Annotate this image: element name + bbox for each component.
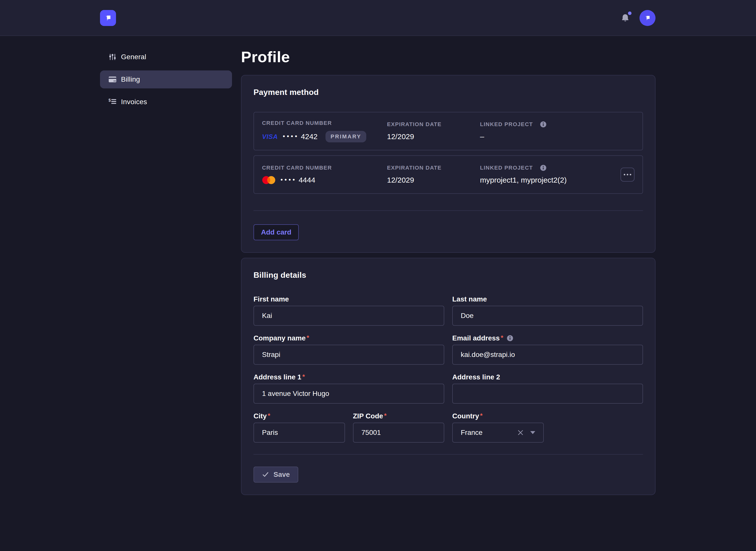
label-text: Last name	[452, 295, 487, 304]
save-button[interactable]: Save	[253, 467, 298, 483]
email-address-input[interactable]	[452, 345, 643, 365]
card-number-value: VISA •••• 4242 PRIMARY	[262, 131, 387, 142]
card-actions-menu-button[interactable]	[620, 167, 635, 181]
required-asterisk: *	[384, 411, 387, 420]
linked-project-label-text: LINKED PROJECT	[480, 165, 533, 171]
first-name-label: First name	[253, 295, 444, 304]
linked-project-label: LINKED PROJECT	[480, 165, 620, 171]
address-line-2-input[interactable]	[452, 384, 643, 404]
page-title: Profile	[241, 48, 656, 66]
label-text: First name	[253, 295, 289, 304]
mastercard-logo	[262, 176, 275, 184]
company-name-input[interactable]	[253, 345, 444, 365]
strapi-mark-icon	[102, 12, 113, 23]
svg-text:$: $	[108, 98, 111, 102]
country-selected-value: France	[461, 429, 483, 437]
combo-icons	[517, 429, 535, 436]
payment-method-card: Payment method CREDIT CARD NUMBER VISA •…	[241, 75, 656, 253]
topbar-actions	[620, 0, 656, 36]
expiration-column: EXPIRATION DATE 12/2029	[387, 165, 480, 184]
settings-sidebar: General Billing $	[100, 48, 232, 115]
field-country: Country * France	[452, 412, 544, 443]
expiration-column: EXPIRATION DATE 12/2029	[387, 121, 480, 141]
app-root: General Billing $	[0, 0, 756, 551]
city-input[interactable]	[253, 423, 345, 443]
field-email-address: Email address *	[452, 334, 643, 365]
label-text: City	[253, 412, 267, 421]
city-label: City *	[253, 412, 345, 421]
required-asterisk: *	[480, 411, 483, 420]
last-name-input[interactable]	[452, 306, 643, 326]
sliders-icon	[108, 53, 116, 61]
zip-code-label: ZIP Code *	[353, 412, 445, 421]
country-label: Country *	[452, 412, 544, 421]
ellipsis-icon	[627, 174, 628, 175]
credit-card-number-label: CREDIT CARD NUMBER	[262, 120, 387, 126]
payment-method-heading: Payment method	[253, 87, 643, 97]
required-asterisk: *	[501, 333, 503, 342]
strapi-avatar-mark-icon	[643, 13, 652, 23]
credit-card-list: CREDIT CARD NUMBER VISA •••• 4242 PRIMAR…	[253, 112, 643, 194]
primary-badge: PRIMARY	[325, 131, 366, 142]
main-content: Profile Payment method CREDIT CARD NUMBE…	[241, 36, 656, 495]
add-card-button[interactable]: Add card	[253, 224, 299, 240]
strapi-logo[interactable]	[100, 10, 116, 26]
card-last4: 4444	[298, 175, 315, 184]
info-icon[interactable]	[540, 121, 546, 128]
linked-project-column: LINKED PROJECT –	[480, 121, 635, 141]
linked-project-value: myproject1, myproject2(2)	[480, 175, 620, 184]
country-select[interactable]: France	[452, 423, 544, 443]
field-company-name: Company name *	[253, 334, 444, 365]
field-last-name: Last name	[452, 295, 643, 326]
linked-project-label: LINKED PROJECT	[480, 121, 635, 128]
expiration-date-value: 12/2029	[387, 175, 480, 184]
credit-card-number-label: CREDIT CARD NUMBER	[262, 165, 387, 171]
sidebar-item-label: Billing	[121, 75, 140, 83]
email-address-label: Email address *	[452, 334, 643, 343]
city-zip-country-row: City * ZIP Code * Co	[253, 412, 643, 443]
company-name-label: Company name *	[253, 334, 444, 343]
sidebar-item-billing[interactable]: Billing	[100, 70, 232, 88]
masked-digits: ••••	[283, 132, 299, 141]
credit-card-icon	[108, 75, 116, 83]
sidebar-item-invoices[interactable]: $ Invoices	[100, 93, 232, 111]
card-number-column: CREDIT CARD NUMBER •••• 4444	[262, 165, 387, 184]
label-text: Address line 1	[253, 373, 301, 382]
required-asterisk: *	[268, 411, 270, 420]
address-line-1-input[interactable]	[253, 384, 444, 404]
zip-code-input[interactable]	[353, 423, 445, 443]
card-number-value: •••• 4444	[262, 175, 387, 184]
empty-grid-cell	[552, 412, 643, 443]
expiration-date-value: 12/2029	[387, 132, 480, 141]
clear-icon[interactable]	[517, 429, 524, 436]
save-button-label: Save	[273, 471, 290, 479]
address-line-2-label: Address line 2	[452, 373, 643, 382]
field-zip-code: ZIP Code *	[353, 412, 445, 443]
field-first-name: First name	[253, 295, 444, 326]
info-icon[interactable]	[507, 335, 513, 342]
masked-digits: ••••	[280, 175, 296, 184]
billing-details-heading: Billing details	[253, 270, 643, 280]
label-text: Email address	[452, 334, 500, 343]
billing-details-form: First name Last name Company name *	[253, 295, 643, 443]
credit-card-row-mastercard: CREDIT CARD NUMBER •••• 4444 EX	[253, 155, 643, 194]
label-text: ZIP Code	[353, 412, 383, 421]
first-name-input[interactable]	[253, 306, 444, 326]
user-avatar[interactable]	[640, 10, 656, 26]
card-last4: 4242	[301, 132, 318, 141]
label-text: Company name	[253, 334, 306, 343]
credit-card-row-visa: CREDIT CARD NUMBER VISA •••• 4242 PRIMAR…	[253, 112, 643, 150]
field-city: City *	[253, 412, 345, 443]
chevron-down-icon[interactable]	[530, 431, 535, 434]
expiration-date-label: EXPIRATION DATE	[387, 121, 480, 128]
sidebar-item-label: General	[121, 53, 146, 61]
info-icon[interactable]	[540, 165, 546, 171]
topbar	[0, 0, 756, 36]
sidebar-item-general[interactable]: General	[100, 48, 232, 66]
notifications-button[interactable]	[620, 12, 631, 23]
visa-logo: VISA	[262, 132, 278, 141]
notification-dot	[628, 11, 632, 15]
field-address-line-2: Address line 2	[452, 373, 643, 404]
last-name-label: Last name	[452, 295, 643, 304]
expiration-date-label: EXPIRATION DATE	[387, 165, 480, 171]
